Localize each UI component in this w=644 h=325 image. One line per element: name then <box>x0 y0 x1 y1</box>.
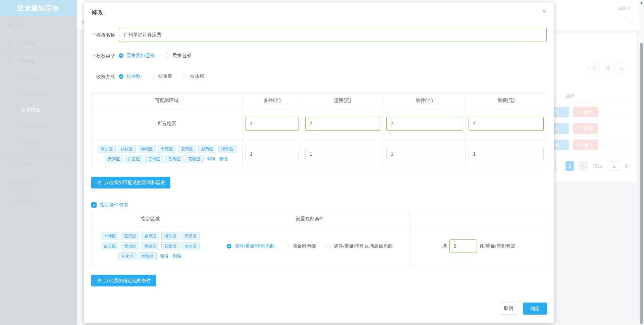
threshold-input[interactable] <box>449 239 477 253</box>
region-tag: 增城区 <box>138 145 156 153</box>
radio-icon <box>165 53 169 58</box>
free-shipping-checkbox-row[interactable]: ✓ 指定条件包邮 <box>91 202 128 208</box>
add-region-button-label: 点击添加可配送的区域和运费 <box>104 180 165 186</box>
region-tag: 从化区 <box>118 145 136 153</box>
radio-icon <box>227 244 231 249</box>
free-ship-region-tags: 市辖区荔湾区越秀区海珠区天河区白云区黄埔区番禺区花都区南沙区从化区增城区 编辑 … <box>95 231 206 261</box>
template-name-label: *模板名称 <box>88 28 115 42</box>
dialog-title: 修改 <box>91 8 103 16</box>
next-piece-input[interactable] <box>386 117 462 131</box>
region-tag: 荔湾区 <box>178 145 196 153</box>
radio-icon <box>182 74 187 79</box>
region-tag: 花都区 <box>185 155 204 163</box>
region-tag: 番禺区 <box>141 242 159 250</box>
table-row: 所有地区 <box>92 108 547 140</box>
delete-link[interactable]: 删除 <box>219 156 228 162</box>
region-tag: 增城区 <box>139 252 157 260</box>
checkbox-label: 指定条件包邮 <box>100 202 128 208</box>
radio-icon <box>119 53 123 58</box>
vertical-scrollbar[interactable]: ▲ <box>639 0 644 325</box>
required-asterisk: * <box>94 32 95 38</box>
radio-icon <box>119 74 123 79</box>
radio-label: 按件数 <box>126 73 141 79</box>
column-header: 运费(元) <box>302 94 383 108</box>
next-fee-input[interactable] <box>469 147 544 161</box>
edit-link[interactable]: 编辑 <box>207 156 215 162</box>
region-tag: 荔湾区 <box>121 232 139 240</box>
free-ship-condition-radios: 满件/重量/体积包邮 满金额包邮 满件/重量/体积且满金额包邮 <box>209 243 410 249</box>
delete-link[interactable]: 删除 <box>172 253 181 259</box>
threshold-group: 满 件/重量/体积包邮 <box>411 239 547 253</box>
radio-label: 满件/重量/体积包邮 <box>234 243 275 249</box>
radio-by-amount-free[interactable]: 满金额包邮 <box>285 243 316 249</box>
radio-label: 卖家包邮 <box>172 53 191 59</box>
radio-by-volume[interactable]: 按体积 <box>182 73 204 79</box>
cancel-button[interactable]: 取消 <box>499 303 518 315</box>
region-tag: 从化区 <box>118 252 137 260</box>
first-piece-input[interactable] <box>246 117 299 131</box>
add-region-button[interactable]: 点击添加可配送的区域和运费 <box>91 177 170 188</box>
column-header: 可配送区域 <box>92 94 243 108</box>
table-header-row: 指定区域 设置包邮条件 <box>92 212 547 226</box>
radio-label: 满金额包邮 <box>292 243 316 249</box>
column-header: 续件(个) <box>383 94 466 108</box>
region-tag: 越秀区 <box>141 232 159 240</box>
radio-label: 按重量 <box>158 73 172 79</box>
region-tag: 花都区 <box>161 242 179 250</box>
radio-by-quantity-free[interactable]: 满件/重量/体积包邮 <box>227 243 275 249</box>
edit-link[interactable]: 编辑 <box>160 253 168 259</box>
confirm-button[interactable]: 确定 <box>523 303 547 315</box>
column-header: 设置包邮条件 <box>209 212 411 226</box>
region-tag: 黄埔区 <box>121 242 139 250</box>
region-tag: 白云区 <box>101 242 119 250</box>
add-condition-button[interactable]: 点击添加指定包邮条件 <box>91 275 156 286</box>
next-fee-input[interactable] <box>469 117 544 131</box>
region-tag: 市辖区 <box>101 232 119 240</box>
region-tag: 南沙区 <box>181 242 200 250</box>
table-row: 市辖区荔湾区越秀区海珠区天河区白云区黄埔区番禺区花都区南沙区从化区增城区 编辑 … <box>92 226 547 266</box>
checkbox-checked-icon[interactable]: ✓ <box>91 202 97 208</box>
threshold-suffix: 件/重量/体积包邮 <box>480 243 515 249</box>
dialog-footer: 取消 确定 <box>499 303 547 315</box>
template-type-radios: 买家承担运费 卖家包邮 <box>119 52 201 59</box>
radio-seller-free[interactable]: 卖家包邮 <box>165 53 191 59</box>
column-header: 续费(元) <box>466 94 547 108</box>
region-tag: 海珠区 <box>161 232 179 240</box>
column-header <box>411 212 547 226</box>
close-icon[interactable]: × <box>539 7 549 16</box>
charge-method-radios: 按件数 按重量 按体积 <box>119 73 214 80</box>
region-tag: 天河区 <box>181 232 200 240</box>
threshold-prefix: 满 <box>442 243 447 249</box>
template-type-label: *模板类型 <box>88 52 115 59</box>
location-pin-icon <box>97 278 102 283</box>
free-shipping-table: 指定区域 设置包邮条件 市辖区荔湾区越秀区海珠区天河区白云区黄埔区番禺区花都区南… <box>91 212 547 266</box>
fee-input[interactable] <box>305 117 380 131</box>
radio-icon <box>326 244 331 249</box>
fee-input[interactable] <box>305 147 380 161</box>
region-tag: 番禺区 <box>165 155 183 163</box>
table-header-row: 可配送区域 首件(个) 运费(元) 续件(个) 续费(元) <box>92 94 547 108</box>
radio-icon <box>151 74 155 79</box>
template-name-input[interactable] <box>119 28 547 42</box>
scrollbar-thumb[interactable] <box>640 43 643 324</box>
region-tag: 白云区 <box>125 155 143 163</box>
region-tag: 南沙区 <box>98 145 116 153</box>
scroll-up-arrow[interactable]: ▲ <box>639 1 644 4</box>
radio-by-quantity-and-amount-free[interactable]: 满件/重量/体积且满金额包邮 <box>326 243 393 249</box>
add-condition-button-label: 点击添加指定包邮条件 <box>104 278 151 284</box>
location-pin-icon <box>97 180 102 185</box>
charge-method-label: 收费方式 <box>88 73 115 80</box>
required-asterisk: * <box>94 53 95 58</box>
radio-label: 按体积 <box>190 73 204 79</box>
column-header: 首件(个) <box>243 94 302 108</box>
radio-by-weight[interactable]: 按重量 <box>151 73 172 79</box>
edit-dialog: 修改 × *模板名称 *模板类型 买家承担运费 卖家包邮 收费方式 按件数 按重… <box>84 2 554 323</box>
first-piece-input[interactable] <box>246 147 299 161</box>
radio-by-piece[interactable]: 按件数 <box>119 73 141 79</box>
region-tag: 黄埔区 <box>145 155 163 163</box>
radio-buyer-pays[interactable]: 买家承担运费 <box>119 53 155 59</box>
region-tag: 市辖区 <box>158 145 176 153</box>
radio-label: 买家承担运费 <box>126 53 155 59</box>
radio-icon <box>285 244 289 249</box>
next-piece-input[interactable] <box>386 147 462 161</box>
